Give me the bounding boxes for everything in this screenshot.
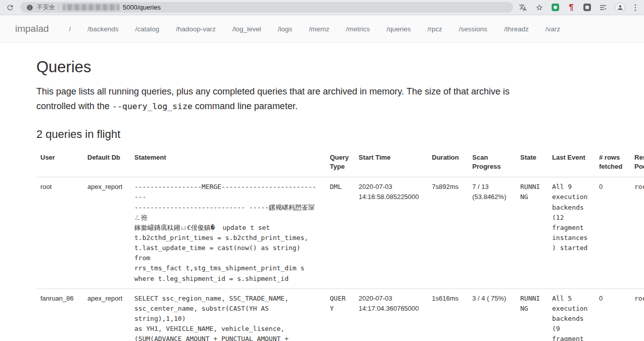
security-label[interactable]: 不安全 — [37, 3, 55, 12]
header-query-type: Query Type — [326, 149, 355, 177]
bookmark-star-icon[interactable] — [535, 3, 544, 12]
header-default-db: Default Db — [83, 149, 130, 177]
info-icon — [26, 4, 33, 11]
cell-statement: SELECT ssc_region_name, SSC_TRADE_NAME, … — [130, 288, 326, 341]
nav-link-threadz[interactable]: /threadz — [504, 25, 529, 33]
query-log-size-flag: --query_log_size — [112, 102, 192, 111]
reload-button[interactable] — [5, 3, 15, 13]
url-text: 5000/queries — [123, 4, 161, 11]
nav-link-catalog[interactable]: /catalog — [135, 25, 159, 33]
header-start-time: Start Time — [355, 149, 428, 177]
translate-glyph-icon — [519, 4, 527, 12]
in-flight-heading: 2 queries in flight — [36, 128, 644, 141]
nav-link-log-level[interactable]: /log_level — [232, 25, 261, 33]
profile-avatar[interactable] — [615, 3, 625, 13]
nav-link-rpcz[interactable]: /rpcz — [427, 25, 442, 33]
nav-link-logs[interactable]: /logs — [278, 25, 292, 33]
cell-state: RUNNING — [516, 288, 548, 341]
cell-resource-pool: root.c — [630, 288, 644, 341]
header-last-event: Last Event — [548, 149, 595, 177]
nav-link-queries[interactable]: /queries — [386, 25, 411, 33]
star-icon — [535, 4, 543, 12]
cell-query-type: DML — [326, 177, 355, 288]
extension-icon-red[interactable]: ¶ — [567, 3, 576, 12]
page-title: Queries — [36, 58, 644, 76]
queries-table-container: User Default Db Statement Query Type Sta… — [36, 149, 644, 341]
nav-link-backends[interactable]: /backends — [87, 25, 119, 33]
table-header-row: User Default Db Statement Query Type Sta… — [36, 149, 644, 177]
cell-resource-pool: root.c — [630, 177, 644, 288]
nav-link-memz[interactable]: /memz — [309, 25, 330, 33]
cell-default-db: apex_report — [83, 288, 130, 341]
translate-icon[interactable] — [518, 3, 527, 12]
cell-default-db: apex_report — [83, 177, 130, 288]
omnibox-divider — [59, 4, 59, 11]
header-state: State — [516, 149, 548, 177]
cell-last-event: All 9 execution backends (12 fragment in… — [548, 177, 595, 288]
cell-scan-progress: 3 / 4 ( 75%) — [468, 288, 516, 341]
nav-link-hadoop-varz[interactable]: /hadoop-varz — [176, 25, 216, 33]
toolbar-icons: ¶ ⋮ — [518, 3, 639, 13]
cell-last-event: All 5 execution backends (9 fragment ins… — [548, 288, 595, 341]
cell-state: RUNNING — [516, 177, 548, 288]
reload-icon — [6, 4, 14, 12]
nav-link-metrics[interactable]: /metrics — [346, 25, 370, 33]
page-intro: This page lists all running queries, plu… — [36, 84, 547, 114]
cell-start-time: 2020-07-03 14:16:58.085225000 — [355, 177, 428, 288]
queries-table: User Default Db Statement Query Type Sta… — [36, 149, 644, 341]
extension-icon-green[interactable] — [552, 4, 559, 11]
reading-list-icon[interactable] — [599, 3, 608, 12]
list-lines-icon — [599, 4, 607, 12]
cell-duration: 1s616ms — [428, 288, 468, 341]
cell-query-type: QUERY — [326, 288, 355, 341]
query-row: root apex_report -----------------MERGE-… — [36, 177, 644, 288]
cell-rows-fetched: 0 — [595, 288, 630, 341]
kebab-menu-icon[interactable]: ⋮ — [633, 3, 638, 12]
cell-duration: 7s892ms — [428, 177, 468, 288]
address-bar[interactable]: 不安全 5000/queries — [20, 2, 513, 13]
nav-link-varz[interactable]: /varz — [546, 25, 560, 33]
header-user: User — [36, 149, 83, 177]
header-resource-pool: Resource Pool — [630, 149, 644, 177]
browser-toolbar: 不安全 5000/queries ¶ ⋮ — [0, 0, 644, 15]
cell-start-time: 2020-07-03 14:17:04.360765000 — [355, 288, 428, 341]
header-statement: Statement — [130, 149, 326, 177]
cell-statement: -----------------MERGE------------------… — [130, 177, 326, 288]
header-scan-progress: Scan Progress — [468, 149, 516, 177]
cell-rows-fetched: 0 — [595, 177, 630, 288]
cell-scan-progress: 7 / 13 (53.8462%) — [468, 177, 516, 288]
cell-user: root — [36, 177, 83, 288]
impalad-navbar: impalad / /backends /catalog /hadoop-var… — [0, 15, 644, 43]
person-icon — [617, 4, 624, 11]
queries-page: Queries This page lists all running quer… — [0, 43, 644, 341]
query-row: fanruan_86 apex_report SELECT ssc_region… — [36, 288, 644, 341]
navbar-brand[interactable]: impalad — [15, 23, 49, 34]
nav-link-root[interactable]: / — [69, 25, 71, 33]
url-redacted-blur — [63, 4, 119, 11]
extension-icon-dark[interactable] — [583, 4, 591, 11]
cell-user: fanruan_86 — [36, 288, 83, 341]
navbar-links: / /backends /catalog /hadoop-varz /log_l… — [69, 25, 560, 33]
header-duration: Duration — [428, 149, 468, 177]
intro-text-after: command line parameter. — [192, 101, 298, 111]
nav-link-sessions[interactable]: /sessions — [459, 25, 487, 33]
header-rows-fetched: # rows fetched — [595, 149, 630, 177]
